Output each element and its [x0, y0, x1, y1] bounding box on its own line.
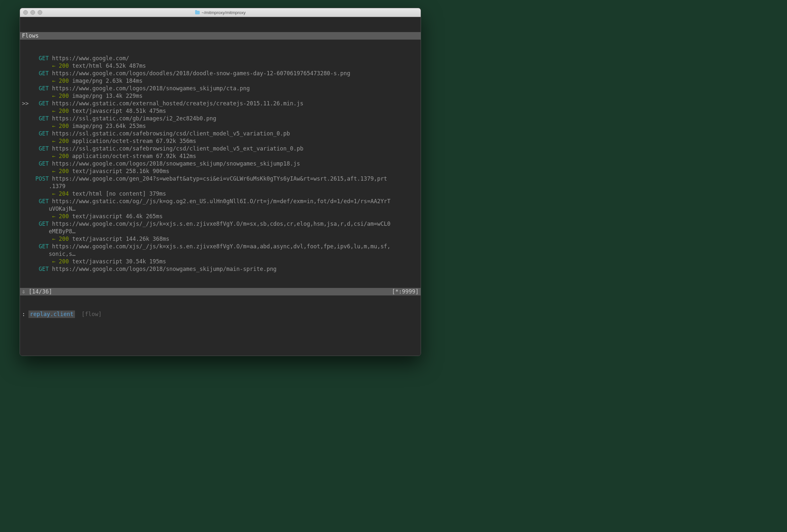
flow-row[interactable]: GEThttps://www.google.com/logos/doodles/…	[20, 70, 421, 77]
status-left: ⇩ [14/36]	[22, 288, 52, 295]
response-row: ← 200 image/png 13.4k 229ms	[20, 92, 421, 100]
http-method: GET	[32, 198, 52, 205]
http-method: POST	[32, 175, 52, 182]
minimize-icon[interactable]	[30, 10, 35, 15]
http-method: GET	[32, 85, 52, 92]
request-url: https://www.google.com/logos/doodles/201…	[52, 70, 350, 77]
request-url: https://www.google.com/	[52, 54, 129, 62]
window-title: ~/mitmproxy/mitmproxy	[20, 10, 421, 15]
flow-row[interactable]: >> GEThttps://www.gstatic.com/external_h…	[20, 100, 421, 107]
status-code: 200	[59, 62, 69, 70]
http-method: GET	[32, 265, 52, 273]
response-meta: text/javascript 144.26k 368ms	[69, 235, 169, 243]
response-row: ← 200 image/png 2.63k 184ms	[20, 77, 421, 85]
http-method: GET	[32, 54, 52, 62]
http-method: GET	[32, 70, 52, 77]
request-url: https://www.google.com/gen_204?s=webaft&…	[52, 175, 387, 182]
maximize-icon[interactable]	[38, 10, 42, 15]
row-gutter	[22, 130, 32, 137]
row-gutter	[22, 243, 32, 250]
flow-row[interactable]: GEThttps://www.google.com/logos/2018/sno…	[20, 265, 421, 273]
status-code: 204	[59, 190, 69, 198]
status-code: 200	[59, 258, 69, 265]
flow-row[interactable]: GEThttps://www.google.com/logos/2018/sno…	[20, 85, 421, 92]
response-arrow-icon: ←	[49, 137, 59, 145]
url-continuation: sonic,s…	[20, 250, 421, 258]
url-cont-text: .1379	[49, 182, 65, 190]
status-code: 200	[59, 137, 69, 145]
response-arrow-icon: ←	[49, 213, 59, 220]
flow-row[interactable]: GEThttps://www.gstatic.com/og/_/js/k=og.…	[20, 198, 421, 205]
url-cont-text: uVOKajN…	[49, 205, 76, 213]
response-row: ← 200 text/javascript 144.26k 368ms	[20, 235, 421, 243]
scroll-down-icon: ⇩	[22, 288, 25, 295]
request-url: https://www.gstatic.com/external_hosted/…	[52, 100, 303, 107]
status-code: 200	[59, 92, 69, 100]
close-icon[interactable]	[23, 10, 28, 15]
url-continuation: .1379	[20, 182, 421, 190]
response-row: ← 200 application/octet-stream 67.92k 41…	[20, 153, 421, 160]
row-gutter	[22, 198, 32, 205]
response-meta: text/javascript 30.54k 195ms	[69, 258, 166, 265]
response-row: ← 200 text/javascript 30.54k 195ms	[20, 258, 421, 265]
flow-row[interactable]: GEThttps://ssl.gstatic.com/safebrowsing/…	[20, 145, 421, 153]
response-arrow-icon: ←	[49, 92, 59, 100]
flow-row[interactable]: GEThttps://ssl.gstatic.com/safebrowsing/…	[20, 130, 421, 137]
response-arrow-icon: ←	[49, 258, 59, 265]
row-gutter	[22, 220, 32, 228]
titlebar[interactable]: ~/mitmproxy/mitmproxy	[20, 8, 421, 17]
command-input[interactable]: replay.client	[28, 310, 75, 318]
http-method: GET	[32, 145, 52, 153]
position-counter: [14/36]	[29, 288, 52, 295]
command-prompt: :	[22, 310, 25, 318]
status-code: 200	[59, 235, 69, 243]
row-gutter: >>	[22, 100, 32, 107]
status-code: 200	[59, 213, 69, 220]
request-url: https://www.google.com/xjs/_/js/k=xjs.s.…	[52, 220, 390, 228]
request-url: https://www.google.com/logos/2018/snowga…	[52, 265, 277, 273]
row-gutter	[22, 160, 32, 168]
response-meta: text/html 64.52k 487ms	[69, 62, 146, 70]
flow-row[interactable]: GEThttps://www.google.com/logos/2018/sno…	[20, 160, 421, 168]
http-method: GET	[32, 115, 52, 123]
row-gutter	[22, 70, 32, 77]
response-arrow-icon: ←	[49, 107, 59, 115]
row-gutter	[22, 85, 32, 92]
response-meta: application/octet-stream 67.92k 412ms	[69, 153, 196, 160]
response-meta: application/octet-stream 67.92k 356ms	[69, 137, 196, 145]
flow-row[interactable]: GEThttps://www.google.com/xjs/_/js/k=xjs…	[20, 243, 421, 250]
flow-row[interactable]: GEThttps://ssl.gstatic.com/gb/images/i2_…	[20, 115, 421, 123]
flow-row[interactable]: POSThttps://www.google.com/gen_204?s=web…	[20, 175, 421, 182]
http-method: GET	[32, 243, 52, 250]
row-gutter	[22, 265, 32, 273]
url-cont-text: sonic,s…	[49, 250, 76, 258]
terminal-body[interactable]: Flows GEThttps://www.google.com/ ← 200 t…	[20, 17, 421, 356]
http-method: GET	[32, 220, 52, 228]
response-arrow-icon: ←	[49, 235, 59, 243]
http-method: GET	[32, 160, 52, 168]
response-arrow-icon: ←	[49, 123, 59, 130]
response-row: ← 200 text/javascript 258.16k 900ms	[20, 168, 421, 175]
status-code: 200	[59, 153, 69, 160]
command-bar[interactable]: : replay.client [flow]	[20, 310, 421, 318]
row-gutter	[22, 145, 32, 153]
response-arrow-icon: ←	[49, 190, 59, 198]
row-gutter	[22, 54, 32, 62]
flow-list[interactable]: GEThttps://www.google.com/ ← 200 text/ht…	[20, 54, 421, 273]
response-row: ← 200 application/octet-stream 67.92k 35…	[20, 137, 421, 145]
response-row: ← 200 text/html 64.52k 487ms	[20, 62, 421, 70]
flow-row[interactable]: GEThttps://www.google.com/xjs/_/js/k=xjs…	[20, 220, 421, 228]
response-meta: text/javascript 46.4k 265ms	[69, 213, 163, 220]
response-row: ← 204 text/html [no content] 379ms	[20, 190, 421, 198]
response-row: ← 200 text/javascript 48.51k 475ms	[20, 107, 421, 115]
flow-row[interactable]: GEThttps://www.google.com/	[20, 54, 421, 62]
request-url: https://ssl.gstatic.com/safebrowsing/csd…	[52, 130, 290, 137]
folder-icon	[195, 11, 200, 15]
response-arrow-icon: ←	[49, 153, 59, 160]
response-arrow-icon: ←	[49, 168, 59, 175]
terminal-window: ~/mitmproxy/mitmproxy Flows GEThttps://w…	[20, 8, 421, 356]
response-arrow-icon: ←	[49, 62, 59, 70]
response-arrow-icon: ←	[49, 77, 59, 85]
url-continuation: eMEByP8…	[20, 228, 421, 235]
response-meta: image/png 2.63k 184ms	[69, 77, 143, 85]
